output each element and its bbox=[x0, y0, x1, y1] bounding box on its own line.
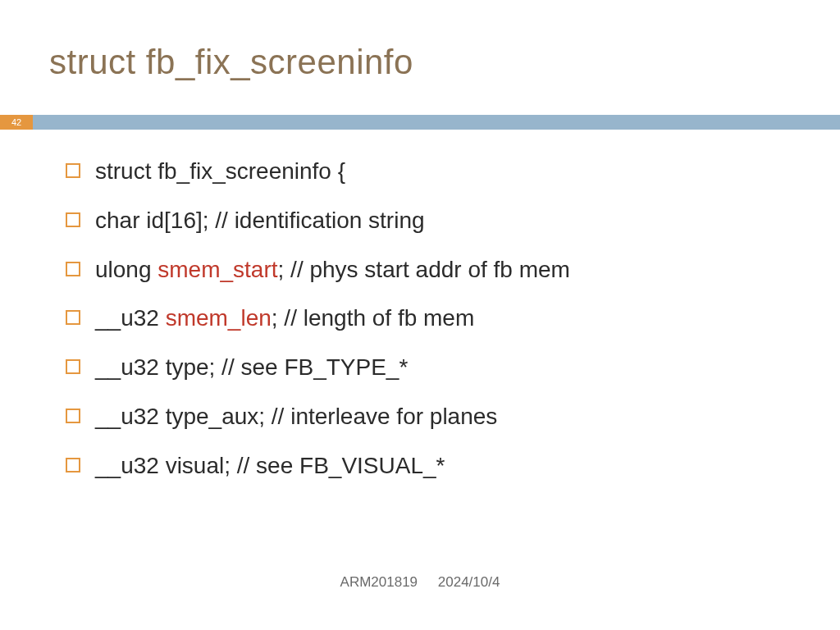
slide: struct fb_fix_screeninfo 42 struct fb_fi… bbox=[0, 0, 840, 630]
text-segment: __u32 visual; // see FB_VISUAL_* bbox=[95, 453, 445, 478]
square-bullet-icon bbox=[66, 163, 80, 178]
text-segment: __u32 type_aux; // interleave for planes bbox=[95, 404, 497, 429]
slide-footer: ARM201819 2024/10/4 bbox=[0, 574, 840, 591]
list-item: __u32 type_aux; // interleave for planes bbox=[66, 401, 791, 432]
list-item-text: ulong smem_start; // phys start addr of … bbox=[95, 254, 570, 285]
list-item-text: char id[16]; // identification string bbox=[95, 205, 425, 236]
text-segment: struct fb_fix_screeninfo { bbox=[95, 158, 345, 184]
text-segment: ulong bbox=[95, 257, 158, 282]
square-bullet-icon bbox=[66, 359, 80, 374]
list-item: struct fb_fix_screeninfo { bbox=[66, 156, 791, 187]
page-number-badge: 42 bbox=[0, 115, 33, 130]
list-item: char id[16]; // identification string bbox=[66, 205, 791, 236]
square-bullet-icon bbox=[66, 458, 80, 472]
square-bullet-icon bbox=[66, 212, 80, 227]
list-item-text: __u32 visual; // see FB_VISUAL_* bbox=[95, 450, 445, 482]
list-item-text: __u32 smem_len; // length of fb mem bbox=[95, 303, 474, 334]
list-item: __u32 visual; // see FB_VISUAL_* bbox=[66, 450, 791, 482]
list-item: ulong smem_start; // phys start addr of … bbox=[66, 254, 791, 285]
text-segment: char id[16]; // identification string bbox=[95, 208, 425, 233]
bullet-list: struct fb_fix_screeninfo { char id[16]; … bbox=[66, 156, 791, 500]
footer-date: 2024/10/4 bbox=[438, 574, 500, 590]
list-item-text: __u32 type; // see FB_TYPE_* bbox=[95, 352, 408, 383]
text-segment: __u32 bbox=[95, 305, 166, 331]
highlight-segment: smem_len bbox=[166, 305, 272, 331]
divider-bar: 42 bbox=[0, 115, 840, 130]
square-bullet-icon bbox=[66, 262, 80, 276]
slide-title: struct fb_fix_screeninfo bbox=[49, 43, 413, 82]
list-item-text: struct fb_fix_screeninfo { bbox=[95, 156, 345, 187]
footer-course: ARM201819 bbox=[340, 574, 418, 590]
list-item: __u32 type; // see FB_TYPE_* bbox=[66, 352, 791, 383]
text-segment: ; // length of fb mem bbox=[272, 305, 474, 331]
list-item-text: __u32 type_aux; // interleave for planes bbox=[95, 401, 497, 432]
square-bullet-icon bbox=[66, 409, 80, 423]
text-segment: ; // phys start addr of fb mem bbox=[278, 257, 570, 282]
accent-bar bbox=[33, 115, 840, 130]
square-bullet-icon bbox=[66, 310, 80, 325]
highlight-segment: smem_start bbox=[158, 257, 277, 282]
text-segment: __u32 type; // see FB_TYPE_* bbox=[95, 354, 408, 380]
list-item: __u32 smem_len; // length of fb mem bbox=[66, 303, 791, 334]
